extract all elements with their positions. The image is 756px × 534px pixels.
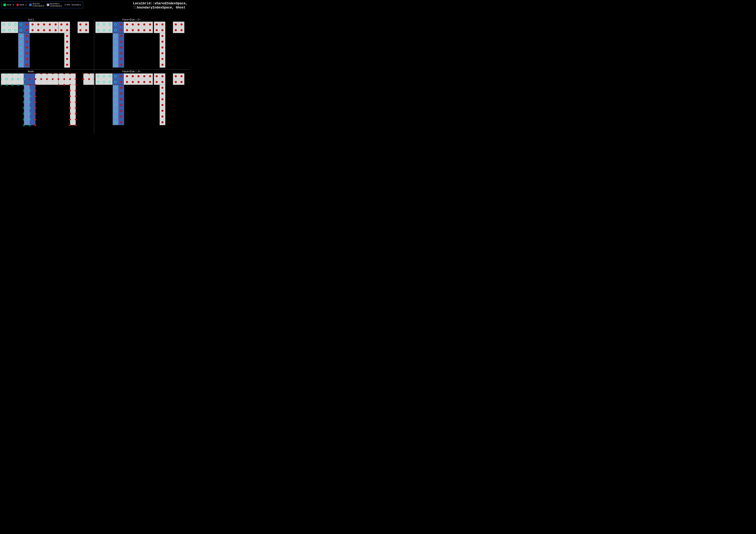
svg-point-52 [26, 52, 28, 54]
node-grid-right [59, 73, 94, 129]
svg-point-370 [180, 75, 183, 77]
rank0-swatch [3, 4, 6, 6]
svg-point-119 [143, 23, 145, 26]
rank1-label: Rank 1 [20, 4, 27, 6]
svg-point-129 [143, 29, 145, 31]
svg-point-125 [120, 29, 122, 31]
svg-rect-73 [64, 33, 70, 67]
svg-point-340 [137, 81, 140, 83]
svg-point-214 [29, 78, 31, 80]
svg-point-32 [43, 23, 45, 26]
svg-point-297 [75, 124, 77, 126]
svg-point-295 [75, 118, 77, 120]
svg-point-384 [161, 98, 164, 100]
legend: Rank 0 Rank 1 SharedIndexSpace BoundaryI… [1, 1, 83, 8]
svg-point-290 [69, 107, 71, 109]
svg-point-238 [35, 107, 36, 109]
svg-point-338 [126, 81, 128, 83]
svg-point-82 [66, 41, 68, 43]
svg-point-266 [69, 78, 71, 80]
shared-swatch [29, 4, 32, 6]
svg-point-350 [120, 104, 122, 106]
svg-point-372 [180, 81, 183, 83]
v-divider [94, 18, 94, 133]
svg-point-346 [120, 92, 122, 94]
boundary-label: BoundaryIndexSpace [50, 3, 62, 7]
mpi-line-symbol: — [65, 3, 66, 7]
node-label: Node [28, 70, 34, 73]
svg-point-225 [29, 84, 31, 86]
svg-point-29 [26, 23, 28, 26]
legend-mpi: — MPI boundary [65, 3, 81, 7]
svg-rect-4 [18, 33, 24, 67]
svg-point-34 [55, 23, 57, 26]
svg-point-48 [26, 41, 28, 43]
svg-point-272 [63, 84, 65, 86]
svg-point-126 [126, 29, 128, 31]
svg-point-117 [132, 23, 134, 26]
svg-point-151 [156, 23, 158, 26]
svg-point-244 [35, 118, 36, 120]
h-divider [0, 69, 189, 69]
svg-point-69 [79, 23, 82, 26]
svg-point-329 [132, 75, 134, 77]
boundary-swatch [47, 4, 49, 6]
svg-point-39 [26, 29, 28, 31]
legend-shared: SharedIndexSpace [29, 3, 44, 7]
svg-point-142 [120, 64, 122, 66]
rank1-swatch [16, 4, 19, 6]
svg-point-115 [120, 23, 122, 26]
svg-point-46 [26, 35, 28, 37]
svg-point-352 [120, 110, 122, 112]
svg-point-337 [120, 81, 122, 83]
svg-point-344 [120, 87, 122, 89]
svg-point-267 [75, 78, 77, 80]
svg-point-140 [120, 58, 122, 60]
svg-point-153 [156, 29, 158, 31]
svg-point-339 [132, 81, 134, 83]
svg-point-328 [126, 75, 128, 77]
face-j-label: Face<Dim::J> [122, 70, 141, 73]
svg-point-331 [143, 75, 145, 77]
svg-point-369 [175, 75, 177, 77]
svg-rect-301 [113, 85, 119, 125]
svg-point-41 [37, 29, 40, 31]
svg-point-116 [126, 23, 128, 26]
svg-point-72 [85, 29, 87, 31]
svg-point-42 [43, 29, 45, 31]
face-i-label: Face<Dim::I> [122, 18, 141, 21]
svg-point-348 [120, 98, 122, 100]
svg-point-342 [149, 81, 151, 83]
svg-point-56 [26, 64, 28, 66]
svg-point-218 [52, 78, 54, 80]
svg-point-71 [79, 29, 82, 31]
title-line1: LocalGrid::sharedIndexSpace, [133, 2, 187, 5]
svg-point-294 [69, 118, 71, 120]
svg-point-67 [60, 29, 63, 31]
svg-point-354 [120, 115, 122, 117]
cell-grid-right [59, 22, 89, 68]
svg-point-287 [75, 95, 77, 97]
svg-point-70 [85, 23, 87, 26]
svg-point-285 [75, 90, 77, 91]
svg-point-241 [35, 113, 36, 114]
svg-point-30 [32, 23, 34, 26]
svg-point-155 [175, 23, 177, 26]
svg-point-31 [37, 23, 40, 26]
svg-point-172 [161, 64, 164, 66]
svg-point-215 [35, 78, 36, 80]
svg-rect-159 [160, 33, 165, 67]
svg-point-85 [66, 58, 68, 60]
legend-rank1: Rank 1 [16, 4, 27, 6]
svg-point-265 [63, 78, 65, 80]
svg-point-132 [120, 35, 122, 37]
legend-boundary: BoundaryIndexSpace [47, 3, 62, 7]
svg-point-84 [66, 52, 68, 54]
svg-point-169 [161, 46, 164, 49]
svg-point-157 [175, 29, 177, 31]
svg-point-383 [161, 92, 164, 94]
svg-point-371 [175, 81, 177, 83]
svg-point-134 [120, 41, 122, 43]
cell-label: Cell [28, 18, 34, 21]
svg-point-382 [161, 87, 164, 89]
